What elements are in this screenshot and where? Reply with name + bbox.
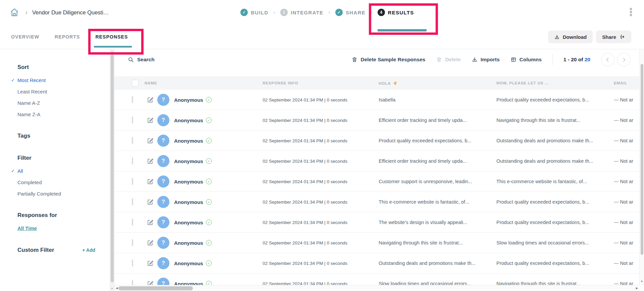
sidebar-scrollbar-thumb[interactable] bbox=[111, 55, 114, 282]
column-header-email[interactable]: EMAIL bbox=[614, 81, 627, 85]
answer-hola: Customer support is unresponsive, leadin… bbox=[379, 179, 472, 184]
delete-button[interactable]: Delete bbox=[436, 57, 461, 63]
columns-button[interactable]: Columns bbox=[511, 57, 542, 63]
column-header-now-please-let-us[interactable]: NOW, PLEASE LET US ... bbox=[496, 81, 549, 85]
tab-responses[interactable]: RESPONSES bbox=[95, 25, 128, 49]
edit-response-icon[interactable] bbox=[147, 96, 154, 103]
step-results-label: RESULTS bbox=[388, 10, 414, 15]
sort-option-most-recent[interactable]: ✓ Most Recent bbox=[17, 77, 110, 83]
tab-overview-label: OVERVIEW bbox=[11, 34, 39, 40]
edit-response-icon[interactable] bbox=[147, 178, 154, 185]
column-header-response-info[interactable]: RESPONSE INFO bbox=[263, 81, 298, 85]
edit-response-icon[interactable] bbox=[147, 280, 154, 285]
download-button[interactable]: Download bbox=[548, 30, 593, 43]
pagination-prev-button[interactable] bbox=[601, 53, 614, 66]
custom-filter-section: Custom Filter + Add bbox=[17, 247, 95, 253]
step-results[interactable]: 4 RESULTS bbox=[377, 9, 414, 16]
sort-option-name-za[interactable]: ✓ Name Z-A bbox=[17, 112, 110, 117]
pagination-next-button[interactable] bbox=[617, 53, 631, 66]
edit-response-icon[interactable] bbox=[147, 219, 154, 226]
answer-email: --- Not ar bbox=[614, 199, 633, 205]
response-table-row[interactable]: ? Anonymous ✓ 02 September 2024 01:34 PM… bbox=[114, 110, 644, 131]
row-checkbox[interactable] bbox=[132, 280, 133, 285]
tab-reports[interactable]: REPORTS bbox=[55, 25, 80, 49]
step-separator-icon: › bbox=[371, 9, 373, 16]
response-table-row[interactable]: ? Anonymous ✓ 02 September 2024 01:34 PM… bbox=[114, 192, 644, 212]
answer-hola: Isabella bbox=[379, 97, 395, 102]
filter-option-all[interactable]: ✓ All bbox=[17, 168, 110, 174]
row-checkbox[interactable] bbox=[132, 117, 133, 124]
column-header-hola[interactable]: HOLA bbox=[379, 81, 398, 86]
scroll-left-arrow-icon[interactable]: ◀ bbox=[116, 287, 118, 290]
response-table-row[interactable]: ? Anonymous ✓ 02 September 2024 01:34 PM… bbox=[114, 171, 644, 192]
row-checkbox[interactable] bbox=[132, 239, 133, 246]
response-table-row[interactable]: ? Anonymous ✓ 02 September 2024 01:34 PM… bbox=[114, 253, 644, 274]
edit-response-icon[interactable] bbox=[147, 157, 154, 165]
edit-response-icon[interactable] bbox=[147, 198, 154, 206]
delete-sample-responses-button[interactable]: Delete Sample Responses bbox=[352, 57, 425, 63]
home-icon[interactable] bbox=[9, 7, 20, 18]
custom-filter-add-button[interactable]: + Add bbox=[82, 247, 95, 253]
respondent-name: Anonymous bbox=[174, 261, 203, 266]
completed-check-icon: ✓ bbox=[206, 220, 212, 225]
sort-option-name-az[interactable]: ✓ Name A-Z bbox=[17, 100, 110, 106]
filter-option-partially-completed[interactable]: ✓ Partially Completed bbox=[17, 191, 110, 197]
imports-label: Imports bbox=[481, 57, 500, 63]
step-integrate[interactable]: 2 INTEGRATE bbox=[280, 9, 323, 16]
response-table-row[interactable]: ? Anonymous ✓ 02 September 2024 01:34 PM… bbox=[114, 151, 644, 171]
response-table-row[interactable]: ? Anonymous ✓ 02 September 2024 01:34 PM… bbox=[114, 90, 644, 110]
waving-hand-emoji-icon bbox=[393, 81, 398, 86]
sort-option-least-recent[interactable]: ✓ Least Recent bbox=[17, 89, 110, 94]
edit-response-icon[interactable] bbox=[147, 239, 154, 246]
step-build[interactable]: ✓ BUILD bbox=[240, 9, 268, 16]
scroll-down-arrow-icon[interactable]: ▼ bbox=[640, 280, 644, 283]
row-checkbox[interactable] bbox=[132, 198, 133, 205]
scroll-up-arrow-icon[interactable]: ▲ bbox=[110, 51, 114, 53]
answer-hola: Efficient order tracking and timely upda… bbox=[379, 158, 467, 164]
sort-option-label: Name A-Z bbox=[17, 100, 40, 106]
response-table-row[interactable]: ? Anonymous ✓ 02 September 2024 01:34 PM… bbox=[114, 274, 644, 285]
delete-sample-responses-label: Delete Sample Responses bbox=[361, 57, 425, 63]
avatar: ? bbox=[157, 257, 169, 269]
step-share[interactable]: ✓ SHARE bbox=[335, 9, 366, 16]
share-button-label: Share bbox=[602, 34, 616, 40]
scroll-down-arrow-icon[interactable]: ▼ bbox=[110, 287, 114, 290]
row-checkbox[interactable] bbox=[132, 96, 133, 103]
response-table-row[interactable]: ? Anonymous ✓ 02 September 2024 01:34 PM… bbox=[114, 233, 644, 253]
row-checkbox[interactable] bbox=[132, 157, 133, 164]
tab-overview[interactable]: OVERVIEW bbox=[11, 25, 39, 49]
edit-response-icon[interactable] bbox=[147, 117, 154, 124]
row-checkbox[interactable] bbox=[132, 260, 133, 267]
select-all-checkbox[interactable] bbox=[132, 80, 139, 86]
imports-button[interactable]: Imports bbox=[472, 57, 500, 63]
edit-response-icon[interactable] bbox=[147, 137, 154, 144]
completed-check-icon: ✓ bbox=[206, 240, 212, 246]
column-header-name[interactable]: NAME bbox=[145, 81, 157, 85]
edit-response-icon[interactable] bbox=[147, 260, 154, 267]
filter-option-completed[interactable]: ✓ Completed bbox=[17, 179, 110, 185]
row-checkbox[interactable] bbox=[132, 178, 133, 185]
tab-responses-active-underline bbox=[94, 46, 132, 48]
build-stepper: ✓ BUILD › 2 INTEGRATE › ✓ SHARE › 4 RESU… bbox=[240, 0, 414, 25]
sidebar-scrollbar[interactable]: ▲ ▼ bbox=[110, 49, 114, 291]
pagination-range-text: 1 - 20 of bbox=[564, 57, 583, 62]
response-table-body: ? Anonymous ✓ 02 September 2024 01:34 PM… bbox=[114, 90, 644, 285]
response-table-row[interactable]: ? Anonymous ✓ 02 September 2024 01:34 PM… bbox=[114, 131, 644, 151]
search-button[interactable]: Search bbox=[128, 57, 155, 63]
main-vertical-scrollbar[interactable]: ▼ bbox=[639, 49, 644, 285]
import-download-icon bbox=[472, 57, 478, 63]
toolbar-divider bbox=[552, 54, 553, 65]
more-options-kebab-icon[interactable] bbox=[630, 8, 632, 16]
step-integrate-label: INTEGRATE bbox=[291, 10, 323, 15]
vertical-scrollbar-thumb[interactable] bbox=[641, 64, 643, 255]
response-table-row[interactable]: ? Anonymous ✓ 02 September 2024 01:34 PM… bbox=[114, 212, 644, 233]
response-info: 02 September 2024 01:34 PM | 0 seconds bbox=[263, 159, 347, 164]
respondent-name: Anonymous bbox=[174, 199, 203, 205]
responses-for-all-time-link[interactable]: All Time bbox=[17, 225, 37, 231]
horizontal-scrollbar-thumb[interactable] bbox=[118, 286, 193, 290]
share-button[interactable]: Share bbox=[596, 30, 631, 43]
main-horizontal-scrollbar[interactable]: ◀ ▶ bbox=[114, 285, 639, 291]
scroll-right-arrow-icon[interactable]: ▶ bbox=[636, 287, 638, 290]
row-checkbox[interactable] bbox=[132, 137, 133, 144]
row-checkbox[interactable] bbox=[132, 219, 133, 226]
